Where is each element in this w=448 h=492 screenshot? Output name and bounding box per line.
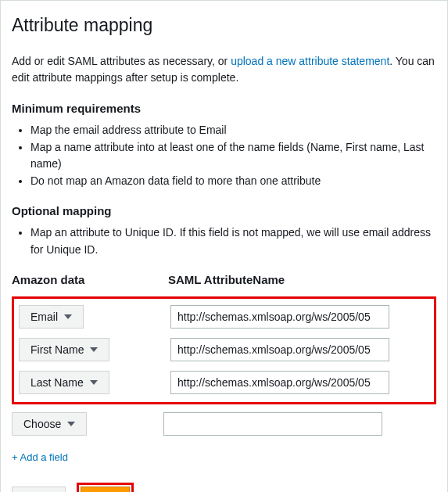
opt-map-item: Map an attribute to Unique ID. If this f… xyxy=(30,224,436,258)
amazon-data-select-lastname[interactable]: Last Name xyxy=(19,371,109,394)
amazon-data-select-email[interactable]: Email xyxy=(19,305,84,329)
optional-mapping-title: Optional mapping xyxy=(12,203,436,221)
amazon-data-header: Amazon data xyxy=(12,271,168,289)
saml-attribute-header: SAML AttributeName xyxy=(168,271,436,289)
min-req-item: Map the email address attribute to Email xyxy=(30,122,436,139)
add-field-link[interactable]: + Add a field xyxy=(12,450,68,465)
select-label: First Name xyxy=(30,343,84,356)
intro-text-pre: Add or edit SAML attributes as necessary… xyxy=(12,55,231,67)
select-label: Email xyxy=(30,311,58,323)
next-button[interactable]: Next xyxy=(81,487,130,492)
select-label: Choose xyxy=(23,418,61,430)
chevron-down-icon xyxy=(90,347,98,352)
saml-attribute-input[interactable] xyxy=(170,305,389,329)
amazon-data-select-firstname[interactable]: First Name xyxy=(19,338,109,361)
minimum-requirements-title: Minimum requirements xyxy=(12,100,436,118)
mapping-row: First Name xyxy=(19,338,429,361)
next-button-highlight: Next xyxy=(77,483,134,492)
minimum-requirements-list: Map the email address attribute to Email… xyxy=(12,122,436,190)
mapping-row: Last Name xyxy=(19,371,429,394)
required-rows-highlight: Email First Name Last Na xyxy=(12,296,436,404)
saml-attribute-input[interactable] xyxy=(170,371,389,394)
saml-attribute-input[interactable] xyxy=(163,412,382,436)
optional-mapping-list: Map an attribute to Unique ID. If this f… xyxy=(12,224,436,258)
back-button[interactable]: Back xyxy=(12,487,66,492)
mapping-row: Choose xyxy=(12,412,436,436)
page-title: Attribute mapping xyxy=(12,12,436,39)
min-req-item: Do not map an Amazon data field to more … xyxy=(30,173,436,190)
chevron-down-icon xyxy=(67,422,75,426)
amazon-data-select-choose[interactable]: Choose xyxy=(12,412,87,436)
chevron-down-icon xyxy=(64,314,72,319)
select-label: Last Name xyxy=(30,376,84,389)
mapping-row: Email xyxy=(19,305,429,329)
chevron-down-icon xyxy=(90,380,98,385)
intro-paragraph: Add or edit SAML attributes as necessary… xyxy=(12,53,436,86)
min-req-item: Map a name attribute into at least one o… xyxy=(30,139,436,173)
upload-attribute-link[interactable]: upload a new attribute statement xyxy=(231,55,389,67)
saml-attribute-input[interactable] xyxy=(170,338,389,361)
